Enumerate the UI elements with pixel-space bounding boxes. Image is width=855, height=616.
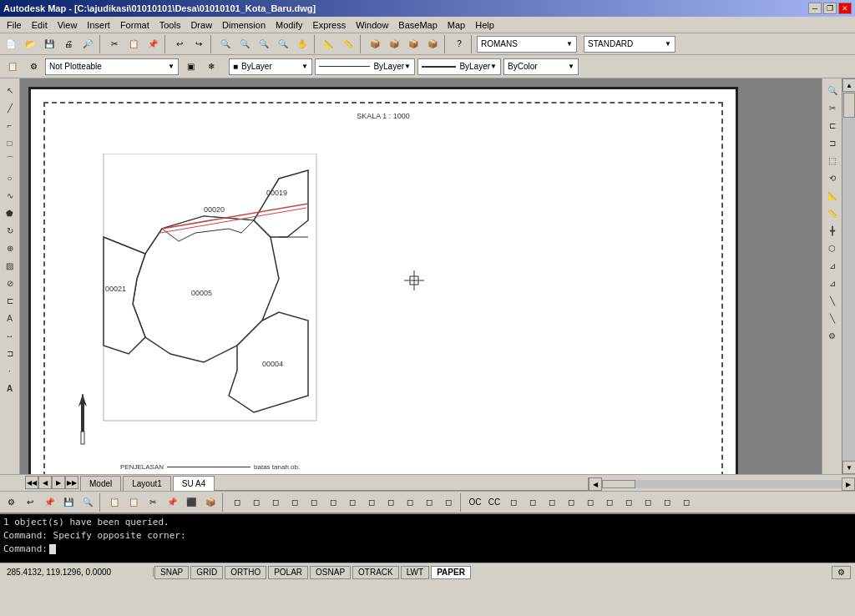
grid-btn[interactable]: GRID [190, 566, 223, 579]
rt-hex-btn[interactable]: ⬡ [824, 240, 841, 256]
freeze-btn[interactable]: ❄ [202, 58, 220, 76]
tab-model[interactable]: Model [80, 476, 121, 491]
lt-dim-btn[interactable]: ↔ [2, 327, 18, 344]
lt-pick-btn[interactable]: ↖ [2, 82, 18, 98]
lwt-btn[interactable]: LWT [401, 566, 429, 579]
ortho-btn[interactable]: ORTHO [225, 566, 266, 579]
bt-save[interactable]: 💾 [59, 493, 78, 512]
bt-s3[interactable]: ◻ [543, 493, 561, 512]
xref-btn[interactable]: 📦 [404, 35, 422, 53]
lt-polygon-btn[interactable]: ⬟ [2, 204, 18, 221]
close-btn[interactable]: ✕ [838, 3, 852, 14]
menu-view[interactable]: View [53, 18, 83, 32]
menu-tools[interactable]: Tools [154, 18, 186, 32]
layer-manager-btn[interactable]: 📋 [3, 58, 22, 76]
bt-s6[interactable]: ◻ [600, 493, 619, 512]
insert-btn[interactable]: 📦 [385, 35, 403, 53]
restore-btn[interactable]: ❐ [823, 3, 837, 14]
menu-format[interactable]: Format [115, 18, 154, 32]
bt-r1[interactable]: ◻ [228, 493, 246, 512]
bt-r4[interactable]: ◻ [286, 493, 304, 512]
bt-r8[interactable]: ◻ [362, 493, 381, 512]
lt-table-btn[interactable]: ⊏ [2, 292, 18, 309]
pan-btn[interactable]: ✋ [293, 35, 311, 53]
color-btn[interactable]: ▣ [181, 58, 200, 76]
bt-s9[interactable]: ◻ [658, 493, 676, 512]
rt-diag-btn[interactable]: ╲ [824, 292, 841, 309]
bt-s4[interactable]: ◻ [562, 493, 580, 512]
menu-help[interactable]: Help [470, 18, 499, 32]
lt-spline-btn[interactable]: ∿ [2, 187, 18, 204]
menu-dimension[interactable]: Dimension [217, 18, 271, 32]
bt-r6[interactable]: ◻ [324, 493, 342, 512]
bt-r2[interactable]: ◻ [247, 493, 266, 512]
lt-line-btn[interactable]: ╱ [2, 99, 18, 116]
new-btn[interactable]: 📄 [2, 35, 20, 53]
font-style-dropdown[interactable]: STANDARD ▼ [584, 36, 675, 53]
undo-btn[interactable]: ↩ [170, 35, 189, 53]
rt-cross-btn[interactable]: ╋ [824, 222, 841, 239]
menu-edit[interactable]: Edit [27, 18, 53, 32]
rt-tri2-btn[interactable]: ⊿ [824, 275, 841, 291]
lt-crossref-btn[interactable]: ⊕ [2, 240, 18, 256]
rt-measure-btn[interactable]: 📐 [824, 187, 841, 204]
bt-blk[interactable]: ⬛ [182, 493, 200, 512]
h-scroll-track[interactable] [602, 480, 842, 488]
redo-btn[interactable]: ↪ [190, 35, 208, 53]
block-btn[interactable]: 📦 [366, 35, 384, 53]
bt-search[interactable]: 🔍 [78, 493, 97, 512]
open-btn[interactable]: 📂 [21, 35, 39, 53]
bt-s1[interactable]: ◻ [504, 493, 523, 512]
tab-prev-btn[interactable]: ◀ [38, 476, 52, 489]
lt-circle-btn[interactable]: ○ [2, 169, 18, 186]
zoom-window-btn[interactable]: 🔍 [235, 35, 254, 53]
paste-btn[interactable]: 📌 [144, 35, 162, 53]
bt-pin2[interactable]: 📌 [163, 493, 181, 512]
bt-r5[interactable]: ◻ [305, 493, 323, 512]
bt-undo[interactable]: ↩ [21, 493, 39, 512]
bt-copy2[interactable]: 📋 [124, 493, 143, 512]
bt-r7[interactable]: ◻ [343, 493, 362, 512]
paper-btn[interactable]: PAPER [431, 566, 471, 579]
menu-modify[interactable]: Modify [271, 18, 307, 32]
bt-s8[interactable]: ◻ [639, 493, 657, 512]
layer-dropdown[interactable]: Not Plotteable ▼ [45, 58, 179, 75]
group-btn[interactable]: 📦 [423, 35, 442, 53]
polar-btn[interactable]: POLAR [268, 566, 308, 579]
tab-next-btn[interactable]: ▶ [52, 476, 65, 489]
h-scroll-thumb[interactable] [602, 480, 635, 488]
rt-rotate-btn[interactable]: ⟲ [824, 169, 841, 186]
bt-occ[interactable]: OC [466, 493, 484, 512]
tab-sua4[interactable]: SU A4 [173, 476, 215, 491]
match-prop-btn[interactable]: 📏 [339, 35, 357, 53]
font-name-dropdown[interactable]: ROMANS ▼ [477, 36, 577, 53]
bt-r3[interactable]: ◻ [266, 493, 285, 512]
rt-copy-btn[interactable]: ⊏ [824, 117, 841, 134]
print-preview-btn[interactable]: 🔎 [78, 35, 97, 53]
settings-icon-btn[interactable]: ⚙ [832, 566, 851, 579]
lt-point-btn[interactable]: · [2, 362, 18, 379]
bt-r11[interactable]: ◻ [420, 493, 438, 512]
bt-r12[interactable]: ◻ [439, 493, 458, 512]
lt-region-btn[interactable]: ⊘ [2, 275, 18, 291]
menu-file[interactable]: File [2, 18, 27, 32]
command-area[interactable]: 1 object(s) have been queried. Command: … [0, 512, 855, 563]
canvas-area[interactable]: SKALA 1 : 1000 [20, 78, 822, 474]
lt-rotate-btn[interactable]: ↻ [2, 222, 18, 239]
lt-polyline-btn[interactable]: ⌐ [2, 117, 18, 134]
menu-basemap[interactable]: BaseMap [393, 18, 442, 32]
bt-s10[interactable]: ◻ [677, 493, 696, 512]
menu-insert[interactable]: Insert [82, 18, 115, 32]
zoom-realtime-btn[interactable]: 🔍 [216, 35, 235, 53]
bt-cc[interactable]: CC [485, 493, 503, 512]
bt-r10[interactable]: ◻ [401, 493, 419, 512]
lt-hatch-btn[interactable]: ▨ [2, 257, 18, 274]
scroll-up-btn[interactable]: ▲ [842, 78, 855, 92]
print-btn[interactable]: 🖨 [59, 35, 78, 53]
layer-state-btn[interactable]: ⚙ [24, 58, 43, 76]
menu-window[interactable]: Window [351, 18, 393, 32]
osnap-btn[interactable]: OSNAP [310, 566, 351, 579]
rt-settings-btn[interactable]: ⚙ [824, 327, 841, 344]
bt-r9[interactable]: ◻ [382, 493, 400, 512]
tab-layout1[interactable]: Layout1 [123, 476, 171, 491]
